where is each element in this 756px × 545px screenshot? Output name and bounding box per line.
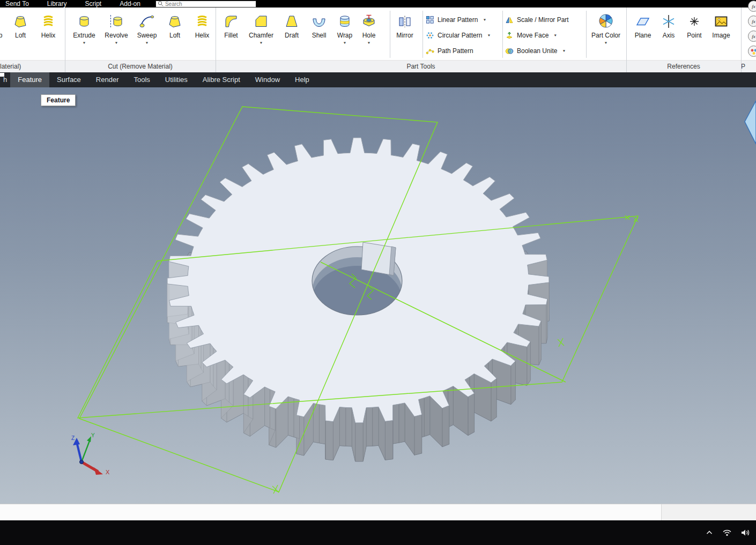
window-artifact — [0, 73, 4, 77]
viewport-3d[interactable]: ZYX — [0, 87, 756, 504]
ribbon-separator — [65, 8, 65, 72]
sweep-icon — [139, 11, 155, 29]
menu-item-send-to[interactable]: Send To — [5, 0, 29, 8]
button-label: Helix — [195, 32, 210, 39]
ribbon-button-fillet[interactable]: Fillet — [218, 8, 244, 58]
ribbon-group-cut: Extrude▼Revolve▼Sweep▼LoftHelix — [68, 8, 217, 60]
sweep-icon — [0, 11, 1, 29]
ribbon-button-boolean-unite[interactable]: Boolean Unite▼ — [505, 43, 585, 58]
ribbon-button-sweep[interactable]: Sweep — [0, 8, 6, 58]
ribbon-button-plane[interactable]: Plane — [629, 8, 656, 58]
button-label: Plane — [635, 32, 651, 39]
ribbon-button-part-color[interactable]: Part Color▼ — [589, 8, 623, 58]
button-label: Point — [687, 32, 701, 39]
button-label: Part Color — [591, 32, 620, 39]
button-label: Image — [712, 32, 730, 39]
ribbon-button-extrude[interactable]: Extrude▼ — [68, 8, 101, 58]
group-label-laterial: laterial) — [0, 61, 65, 72]
menu-item-library[interactable]: Library — [47, 0, 67, 8]
button-label: Sweep — [137, 32, 157, 39]
ribbon-button-move-face[interactable]: Move Face▼ — [505, 27, 585, 43]
image-icon — [713, 11, 729, 29]
circular-pattern-icon — [426, 31, 434, 40]
ribbon-separator — [423, 11, 423, 58]
dropdown-caret-icon: ▼ — [83, 41, 86, 44]
ribbon-button-hole[interactable]: Hole▼ — [357, 8, 381, 58]
menu-tab-bar: hFeatureSurfaceRenderToolsUtilitiesAlibr… — [0, 72, 756, 87]
ribbon-button-loft[interactable]: Loft — [6, 8, 34, 58]
ribbon-button-loft[interactable]: Loft — [162, 8, 188, 58]
dropdown-caret-icon: ▼ — [145, 41, 149, 44]
fx-badge[interactable]: fx — [748, 31, 756, 42]
ribbon-group-references: PlaneAxisPointImage — [629, 8, 735, 60]
group-label-references: References — [626, 61, 741, 72]
ribbon-button-scale-mirror-part[interactable]: Scale / Mirror Part — [505, 12, 585, 27]
ribbon-button-wrap[interactable]: Wrap▼ — [332, 8, 357, 58]
tray-show-hidden-icons-button[interactable] — [705, 528, 714, 537]
button-label: Shell — [312, 32, 327, 39]
wrap-icon — [337, 11, 353, 29]
tab-alibre-script[interactable]: Alibre Script — [195, 72, 248, 87]
group-label-p: P — [741, 61, 756, 72]
tab-feature[interactable]: Feature — [10, 72, 49, 87]
wifi-icon[interactable] — [722, 528, 732, 537]
reference-plane-handle[interactable] — [745, 101, 756, 144]
button-label: Linear Pattern — [438, 16, 478, 24]
ribbon-group-left-partial: SweepLoftHelix — [0, 8, 62, 60]
ribbon-group-part-ops: Scale / Mirror PartMove Face▼Boolean Uni… — [505, 8, 585, 60]
tab-utilities[interactable]: Utilities — [158, 72, 195, 87]
button-label: Draft — [285, 32, 299, 39]
ribbon-button-shell[interactable]: Shell — [306, 8, 332, 58]
ribbon-button-chamfer[interactable]: Chamfer▼ — [244, 8, 278, 58]
fx-badge[interactable]: fx — [748, 1, 756, 12]
dropdown-caret-icon: ▼ — [343, 41, 347, 44]
tab-help[interactable]: Help — [287, 72, 317, 87]
dropdown-caret-icon: ▼ — [487, 34, 491, 37]
part-color-icon — [597, 11, 614, 29]
triad-x-label: X — [106, 469, 110, 475]
ribbon-button-point[interactable]: Point — [681, 8, 708, 58]
menu-item-script[interactable]: Script — [85, 0, 102, 8]
ribbon-button-circular-pattern[interactable]: Circular Pattern▼ — [426, 27, 501, 43]
helix-icon — [40, 11, 56, 29]
shell-icon — [311, 11, 327, 29]
group-label-cut-remove-material: Cut (Remove Material) — [65, 61, 216, 72]
boolean-unite-icon — [505, 47, 514, 55]
axis-icon — [661, 11, 677, 29]
ribbon-button-helix[interactable]: Helix — [34, 8, 62, 58]
search-input[interactable] — [165, 1, 254, 7]
dropdown-caret-icon: ▼ — [553, 34, 557, 37]
ribbon-button-helix[interactable]: Helix — [188, 8, 217, 58]
ribbon-button-mirror[interactable]: Mirror — [392, 8, 418, 58]
ribbon-group-mirror: Mirror — [392, 8, 418, 60]
button-label: Path Pattern — [438, 47, 473, 55]
ribbon-button-axis[interactable]: Axis — [656, 8, 681, 58]
dropdown-caret-icon: ▼ — [604, 41, 608, 44]
plane-icon — [635, 11, 651, 29]
ribbon-button-sweep[interactable]: Sweep▼ — [132, 8, 162, 58]
tab-tools[interactable]: Tools — [127, 72, 158, 87]
dropdown-caret-icon: ▼ — [483, 18, 486, 21]
ribbon-button-draft[interactable]: Draft — [278, 8, 306, 58]
ribbon-button-path-pattern[interactable]: Path Pattern — [426, 43, 501, 58]
button-label: Fillet — [224, 32, 238, 39]
button-label: Boolean Unite — [517, 47, 557, 55]
tab-render[interactable]: Render — [88, 72, 127, 87]
tab-surface[interactable]: Surface — [49, 72, 88, 87]
search-box[interactable] — [155, 1, 256, 8]
button-label: Circular Pattern — [438, 32, 482, 39]
addon-badge[interactable] — [748, 46, 756, 57]
menu-item-add-on[interactable]: Add-on — [120, 0, 140, 8]
point-icon — [686, 11, 702, 29]
fx-badge[interactable]: fx — [748, 16, 756, 27]
ribbon-button-image[interactable]: Image — [708, 8, 735, 58]
button-label: Move Face — [517, 32, 549, 39]
loft-icon — [167, 11, 183, 29]
tab-window[interactable]: Window — [248, 72, 287, 87]
menu-items: Send ToLibraryScriptAdd-on — [5, 0, 140, 8]
ribbon-button-revolve[interactable]: Revolve▼ — [101, 8, 132, 58]
ribbon-button-linear-pattern[interactable]: Linear Pattern▼ — [426, 12, 501, 27]
mirror-icon — [397, 11, 413, 29]
revolve-icon — [108, 11, 124, 29]
volume-icon[interactable] — [740, 528, 751, 537]
